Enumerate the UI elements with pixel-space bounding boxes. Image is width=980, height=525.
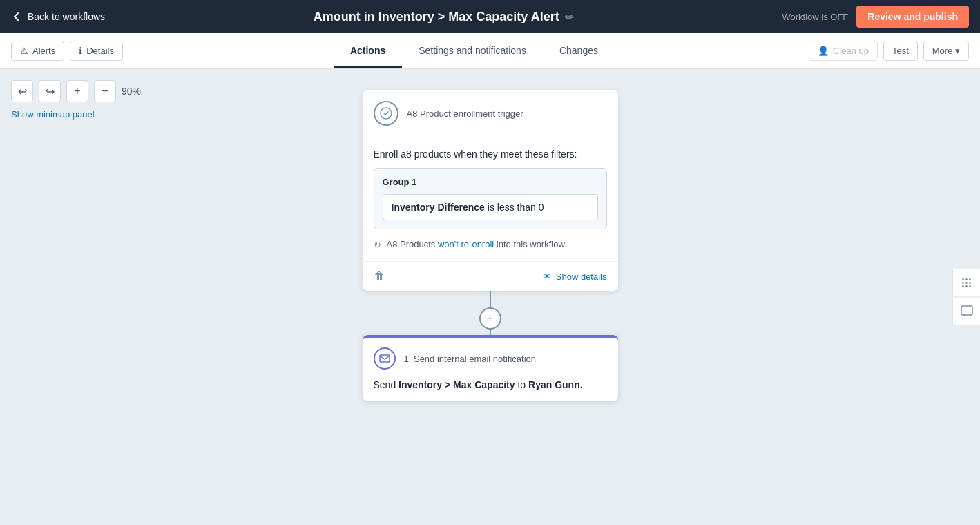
dots-grid-icon: [962, 278, 971, 287]
top-navigation: Back to workflows Amount in Inventory > …: [0, 0, 980, 33]
enrollment-icon: [379, 106, 393, 120]
main-tabs: Actions Settings and notifications Chang…: [140, 35, 809, 67]
add-step-button[interactable]: +: [479, 307, 501, 330]
svg-rect-2: [961, 306, 972, 315]
action-icon: [374, 347, 396, 370]
tab-settings[interactable]: Settings and notifications: [402, 35, 543, 68]
enroll-desc: Enroll a8 products when they meet these …: [374, 149, 607, 160]
svg-rect-1: [380, 355, 390, 362]
tab-bar-left-actions: ⚠ Alerts ℹ Details: [11, 41, 123, 61]
grid-view-button[interactable]: [952, 269, 980, 296]
action-name: 1. Send internal email notification: [404, 354, 537, 364]
action-card-header: 1. Send internal email notification: [363, 338, 618, 379]
edit-title-icon[interactable]: ✏: [565, 10, 574, 23]
comment-button[interactable]: [952, 298, 980, 325]
back-to-workflows-button[interactable]: Back to workflows: [11, 11, 105, 22]
re-enroll-text: A8 Products won't re-enroll into this wo…: [387, 239, 567, 249]
filter-row: Inventory Difference is less than 0: [383, 194, 598, 220]
show-details-button[interactable]: 👁 Show details: [543, 271, 607, 282]
back-arrow-icon: [11, 11, 22, 22]
action-body: Send Inventory > Max Capacity to Ryan Gu…: [363, 379, 618, 401]
re-enroll-note: ↻ A8 Products won't re-enroll into this …: [374, 239, 607, 250]
connector-line-top: [490, 291, 491, 307]
re-enroll-link[interactable]: won't re-enroll: [438, 239, 494, 249]
filter-field: Inventory Difference: [392, 202, 485, 213]
more-button[interactable]: More ▾: [923, 41, 969, 61]
alerts-label: Alerts: [32, 46, 55, 56]
action-card[interactable]: 1. Send internal email notification Send…: [363, 335, 618, 401]
email-icon: [379, 353, 390, 364]
workflow-title-area: Amount in Inventory > Max Capacity Alert…: [314, 10, 574, 24]
workflow-title: Amount in Inventory > Max Capacity Alert: [314, 10, 559, 24]
tab-bar-right-actions: 👤 Clean up Test More ▾: [809, 41, 969, 61]
trigger-card[interactable]: A8 Product enrollment trigger Enroll a8 …: [363, 90, 618, 291]
workflow-canvas: ↩ ↪ + − 90% Show minimap panel A8 Produc…: [0, 69, 980, 525]
details-label: Details: [86, 46, 114, 56]
tab-bar: ⚠ Alerts ℹ Details Actions Settings and …: [0, 33, 980, 69]
alerts-button[interactable]: ⚠ Alerts: [11, 41, 64, 61]
group-box: Group 1 Inventory Difference is less tha…: [374, 168, 607, 229]
filter-value: 0: [539, 202, 544, 213]
comment-icon: [961, 305, 973, 318]
cleanup-button[interactable]: 👤 Clean up: [809, 41, 878, 61]
tab-actions[interactable]: Actions: [334, 35, 402, 68]
connector-line-bottom: [490, 330, 491, 335]
workflow-status: Workflow is OFF: [782, 12, 848, 22]
recipient-name: Ryan Gunn.: [528, 379, 583, 390]
trigger-icon: [374, 101, 398, 126]
email-template-name: Inventory > Max Capacity: [398, 379, 515, 390]
connector: +: [479, 291, 501, 335]
re-enroll-icon: ↻: [374, 240, 381, 250]
workflow-area: A8 Product enrollment trigger Enroll a8 …: [0, 69, 980, 525]
trigger-card-header: A8 Product enrollment trigger: [363, 90, 618, 137]
trigger-name: A8 Product enrollment trigger: [407, 108, 523, 119]
alert-icon: ⚠: [20, 46, 28, 56]
group-label: Group 1: [383, 177, 598, 187]
right-panel: [952, 269, 980, 325]
back-label: Back to workflows: [28, 11, 105, 22]
details-button[interactable]: ℹ Details: [70, 41, 123, 61]
top-nav-right-area: Workflow is OFF Review and publish: [782, 6, 969, 28]
action-desc: Send Inventory > Max Capacity to Ryan Gu…: [374, 379, 607, 390]
trigger-footer: 🗑 👁 Show details: [363, 261, 618, 291]
test-button[interactable]: Test: [883, 41, 918, 61]
cleanup-icon: 👤: [818, 46, 829, 56]
info-icon: ℹ: [79, 46, 82, 56]
review-publish-button[interactable]: Review and publish: [856, 6, 969, 28]
tab-changes[interactable]: Changes: [543, 35, 615, 68]
trigger-body: Enroll a8 products when they meet these …: [363, 137, 618, 261]
eye-icon: 👁: [543, 271, 552, 282]
delete-trigger-icon[interactable]: 🗑: [374, 270, 385, 283]
